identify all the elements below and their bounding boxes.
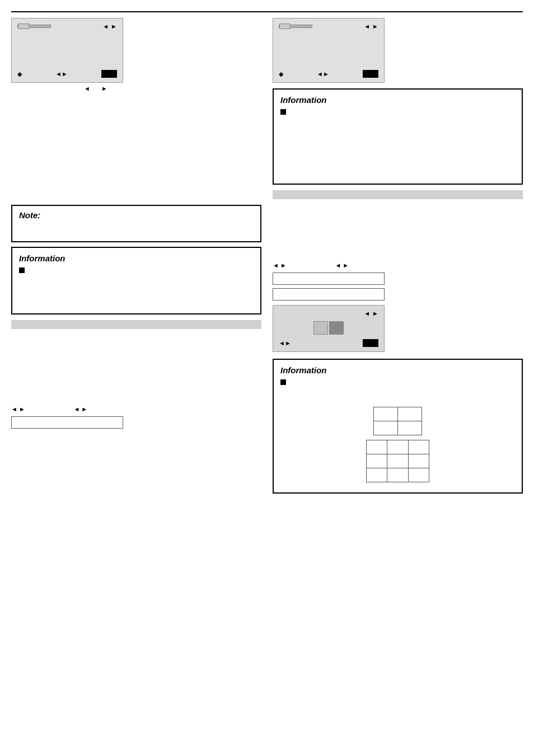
info-extra-right-top-2 (280, 135, 515, 146)
table-cell3-2-1 (387, 468, 408, 482)
osd-body-right-top (279, 33, 378, 67)
diamond-icon-right-top: ◆ (279, 71, 283, 78)
osd-arrow-right-top[interactable]: ► (111, 23, 117, 30)
arrows-hint-row-left: ◄ ► ◄ ► (11, 405, 261, 413)
arrows-right-1b: ◄ ► (335, 262, 349, 269)
body-text-left-10 (11, 361, 261, 372)
panel-arrow-hint-left: ◄ ► (11, 85, 261, 92)
color-block-0 (313, 321, 328, 335)
info-title-left-1: Information (19, 253, 254, 263)
table-cell3-0-2 (408, 440, 429, 454)
bullet-icon-right-bottom (280, 379, 286, 385)
table-row (373, 421, 422, 435)
osd-color-bottom-arrows[interactable]: ◄► (279, 340, 291, 346)
body-text-left-7 (11, 187, 261, 198)
osd-color-arrow-left[interactable]: ◄ (364, 310, 370, 317)
info-box-right-top: Information (273, 88, 523, 185)
table-cell3-2-2 (408, 468, 429, 482)
info-body-left-1 (28, 266, 30, 276)
arrows-left-2a: ◄ ► (11, 406, 25, 412)
body-text-left-1 (11, 103, 261, 114)
table-row (373, 407, 422, 421)
color-block-1 (329, 321, 344, 335)
osd-bottom-arrows-left[interactable]: ◄► (55, 71, 68, 77)
osd-arrow-right-top-right[interactable]: ► (372, 23, 378, 30)
body-text-left-9 (11, 348, 261, 358)
top-rule (11, 11, 523, 12)
arrow-right-right-1a: ► (280, 262, 287, 269)
table-cell-1-1 (398, 421, 422, 435)
page: ◄ ► ◆ ◄► ◄ ► (0, 0, 534, 756)
info-title-right-bottom: Information (280, 365, 515, 375)
arrows-desc-left (42, 405, 57, 413)
bullet-icon-left-1 (19, 267, 25, 273)
bullet-icon-right-top (280, 109, 286, 115)
input-field-right-2[interactable] (273, 288, 385, 300)
black-rect-left (101, 70, 117, 78)
table-cell-1-0 (373, 421, 397, 435)
color-blocks-container (313, 321, 344, 335)
info-box-right-bottom: Information (273, 359, 523, 494)
note-title: Note: (19, 210, 254, 220)
note-body (19, 222, 254, 233)
arrows-hint-row-right: ◄ ► ◄ ► (273, 261, 523, 269)
osd-slider-track[interactable] (17, 25, 51, 28)
osd-panel-box-right-top: ◄ ► ◆ ◄► (273, 18, 385, 83)
arrow-right-2b: ► (81, 406, 87, 412)
osd-top-row-right: ◄ ► (279, 23, 378, 30)
table-cell-0-1 (398, 407, 422, 421)
table-cell3-0-1 (387, 440, 408, 454)
body-text-right-4 (273, 246, 523, 256)
info-table-3col (366, 440, 429, 482)
osd-color-bottom-row: ◄► (279, 339, 378, 347)
input-field-left-1[interactable] (11, 416, 123, 429)
osd-panel-right-top: ◄ ► ◆ ◄► (273, 18, 523, 83)
gray-band-right-top (273, 190, 523, 199)
osd-body-left (17, 33, 117, 67)
osd-arrow-left-top[interactable]: ◄ (102, 23, 109, 30)
gray-band-left-1 (11, 320, 261, 329)
arrow-left-right-1a: ◄ (273, 262, 279, 269)
black-rect-right-top (363, 70, 378, 78)
osd-top-row: ◄ ► (17, 23, 117, 30)
arrows-desc-right (303, 261, 318, 269)
body-text-right-2 (273, 218, 523, 228)
table-row (367, 454, 429, 468)
arrow-left-2b: ◄ (73, 406, 79, 412)
info-extra-left-1 (19, 280, 254, 290)
osd-top-arrows-right: ◄ ► (364, 23, 378, 30)
osd-arrow-left-top-right[interactable]: ◄ (364, 23, 370, 30)
info-bullet-right-top (280, 108, 515, 118)
table-cell3-2-0 (367, 468, 387, 482)
main-layout: ◄ ► ◆ ◄► ◄ ► (11, 18, 523, 499)
osd-color-panel-section: ◄ ► ◄► (273, 305, 523, 352)
info-bullet-right-bottom (280, 378, 515, 388)
osd-slider-thumb-right[interactable] (279, 24, 291, 29)
body-text-left-3 (11, 131, 261, 142)
body-text-right-1 (273, 204, 523, 214)
table-cell3-0-0 (367, 440, 387, 454)
osd-slider-thumb[interactable] (18, 24, 29, 29)
osd-slider-track-right[interactable] (279, 25, 312, 28)
info-extra-right-top-4 (280, 164, 515, 175)
body-text-left-4 (11, 145, 261, 156)
info-extra-right-bottom-1 (280, 392, 515, 402)
osd-panel-box-left: ◄ ► ◆ ◄► (11, 18, 123, 83)
black-rect-color-panel (363, 339, 378, 347)
info-extra-right-top-3 (280, 149, 515, 160)
osd-bottom-row-left: ◆ ◄► (17, 70, 117, 78)
body-text-left-6 (11, 173, 261, 184)
arrow-left-2a: ◄ (11, 406, 17, 412)
body-text-left-2 (11, 117, 261, 128)
info-body-right-bottom (289, 378, 291, 388)
table-row (367, 440, 429, 454)
arrow-right-right-1b: ► (343, 262, 349, 269)
arrow-right-2a: ► (19, 406, 25, 412)
arrows-right-1a: ◄ ► (273, 262, 287, 269)
col-right: ◄ ► ◆ ◄► Information (273, 18, 523, 499)
input-field-right-1[interactable] (273, 273, 385, 285)
osd-bottom-arrows-right-top[interactable]: ◄► (317, 71, 329, 77)
osd-color-top-arrows: ◄ ► (279, 310, 378, 317)
osd-color-arrow-right[interactable]: ► (372, 310, 378, 317)
note-box-left: Note: (11, 205, 261, 242)
